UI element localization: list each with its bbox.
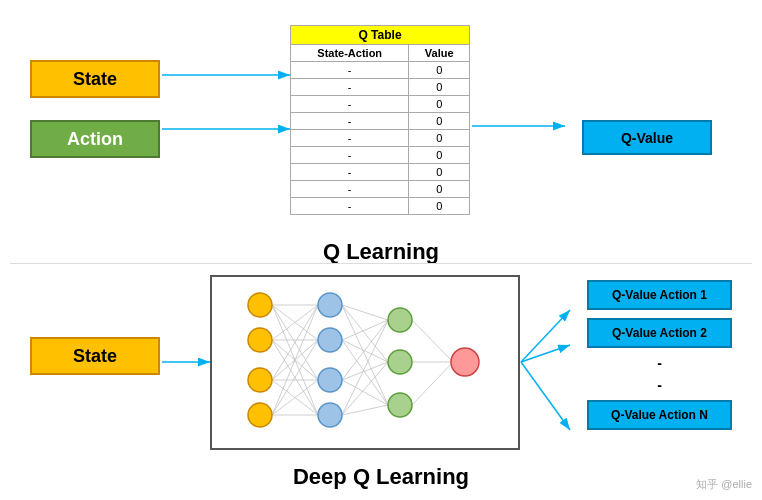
table-cell: - xyxy=(291,113,409,130)
table-cell: 0 xyxy=(409,181,470,198)
qv-outputs: Q-Value Action 1Q-Value Action 2--Q-Valu… xyxy=(587,280,732,430)
table-row: -0 xyxy=(291,198,470,215)
qtable-table: State-Action Value -0-0-0-0-0-0-0-0-0 xyxy=(290,44,470,215)
table-cell: - xyxy=(291,130,409,147)
table-cell: - xyxy=(291,198,409,215)
qv-dash: - xyxy=(587,378,732,392)
table-cell: - xyxy=(291,79,409,96)
table-cell: - xyxy=(291,164,409,181)
table-cell: 0 xyxy=(409,164,470,181)
qtable-title: Q Table xyxy=(290,25,470,44)
nn-box xyxy=(210,275,520,450)
bottom-section: State Q-Value Action 1Q-Value Action 2--… xyxy=(0,265,762,495)
state-box-top: State xyxy=(30,60,160,98)
qtable-header-state-action: State-Action xyxy=(291,45,409,62)
qv-box-1: Q-Value Action 2 xyxy=(587,318,732,348)
table-cell: 0 xyxy=(409,198,470,215)
table-cell: - xyxy=(291,62,409,79)
table-cell: 0 xyxy=(409,130,470,147)
table-row: -0 xyxy=(291,113,470,130)
table-cell: 0 xyxy=(409,62,470,79)
table-row: -0 xyxy=(291,181,470,198)
action-box: Action xyxy=(30,120,160,158)
state-box-bottom: State xyxy=(30,337,160,375)
table-cell: 0 xyxy=(409,96,470,113)
table-row: -0 xyxy=(291,147,470,164)
watermark: 知乎 @ellie xyxy=(696,477,752,492)
table-cell: - xyxy=(291,147,409,164)
table-row: -0 xyxy=(291,79,470,96)
table-row: -0 xyxy=(291,164,470,181)
table-row: -0 xyxy=(291,62,470,79)
qtable: State-Action Value -0-0-0-0-0-0-0-0-0 xyxy=(290,44,470,215)
action-label: Action xyxy=(67,129,123,150)
table-cell: - xyxy=(291,96,409,113)
state-label-bottom: State xyxy=(73,346,117,367)
top-section: State Action Q Table State-Action Value … xyxy=(0,10,762,270)
table-cell: 0 xyxy=(409,79,470,96)
qtable-wrapper: Q Table State-Action Value -0-0-0-0-0-0-… xyxy=(290,25,470,215)
ql-label: Q Learning xyxy=(323,239,439,265)
table-cell: - xyxy=(291,181,409,198)
divider xyxy=(10,263,752,264)
table-row: -0 xyxy=(291,130,470,147)
qvalue-label: Q-Value xyxy=(621,130,673,146)
qv-box-4: Q-Value Action N xyxy=(587,400,732,430)
qvalue-box: Q-Value xyxy=(582,120,712,155)
dql-label: Deep Q Learning xyxy=(293,464,469,490)
table-cell: 0 xyxy=(409,147,470,164)
qtable-header-value: Value xyxy=(409,45,470,62)
table-cell: 0 xyxy=(409,113,470,130)
qv-box-0: Q-Value Action 1 xyxy=(587,280,732,310)
state-label-top: State xyxy=(73,69,117,90)
table-row: -0 xyxy=(291,96,470,113)
qv-dash: - xyxy=(587,356,732,370)
